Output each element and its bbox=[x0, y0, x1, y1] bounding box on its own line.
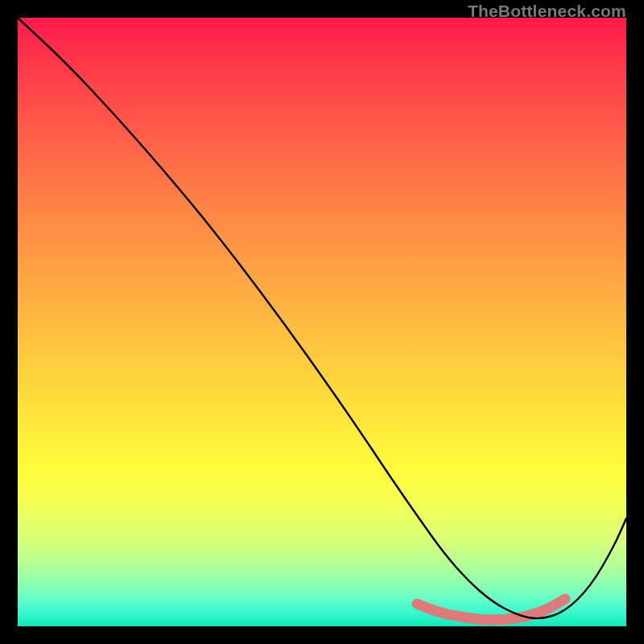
highlight-band-path bbox=[417, 599, 565, 620]
bottleneck-curve-path bbox=[18, 18, 626, 618]
chart-svg bbox=[18, 18, 626, 626]
chart-frame bbox=[18, 18, 626, 626]
